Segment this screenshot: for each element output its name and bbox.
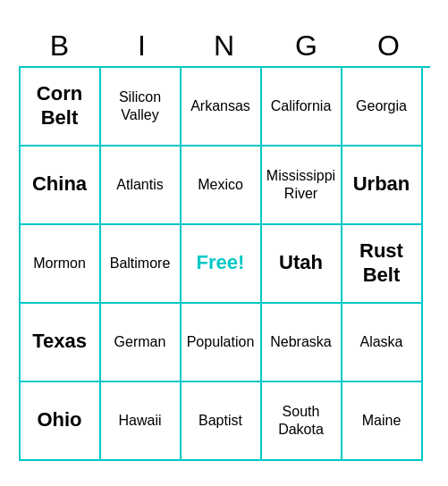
cell-r4-c2: Baptist bbox=[182, 382, 262, 461]
bingo-header-row: BINGO bbox=[19, 29, 430, 63]
header-letter: B bbox=[21, 29, 99, 63]
cell-r1-c2: Mexico bbox=[182, 147, 262, 225]
cell-r2-c3: Utah bbox=[262, 225, 342, 304]
bingo-grid: Corn BeltSilicon ValleyArkansasCaliforni… bbox=[19, 66, 430, 461]
cell-r2-c0: Mormon bbox=[21, 225, 101, 304]
cell-r3-c0: Texas bbox=[21, 304, 101, 382]
header-letter: G bbox=[267, 29, 346, 63]
cell-r1-c1: Atlantis bbox=[101, 147, 182, 225]
header-letter: O bbox=[350, 29, 428, 63]
cell-r2-c1: Baltimore bbox=[101, 225, 182, 304]
cell-r2-c4: Rust Belt bbox=[342, 225, 423, 304]
header-letter: I bbox=[103, 29, 182, 63]
cell-r3-c3: Nebraska bbox=[262, 304, 342, 382]
cell-r4-c0: Ohio bbox=[21, 382, 101, 461]
cell-r4-c3: South Dakota bbox=[262, 382, 342, 461]
cell-r2-c2: Free! bbox=[182, 225, 262, 304]
cell-r1-c4: Urban bbox=[342, 147, 423, 225]
cell-r1-c0: China bbox=[21, 147, 101, 225]
cell-r0-c0: Corn Belt bbox=[21, 68, 101, 147]
bingo-container: BINGO Corn BeltSilicon ValleyArkansasCal… bbox=[10, 17, 439, 470]
cell-r0-c3: California bbox=[262, 68, 342, 147]
cell-r0-c4: Georgia bbox=[342, 68, 423, 147]
cell-r0-c2: Arkansas bbox=[182, 68, 262, 147]
header-letter: N bbox=[185, 29, 264, 63]
cell-r3-c4: Alaska bbox=[342, 304, 423, 382]
cell-r1-c3: Mississippi River bbox=[262, 147, 342, 225]
cell-r4-c4: Maine bbox=[342, 382, 423, 461]
cell-r0-c1: Silicon Valley bbox=[101, 68, 182, 147]
cell-r4-c1: Hawaii bbox=[101, 382, 182, 461]
cell-r3-c1: German bbox=[101, 304, 182, 382]
cell-r3-c2: Population bbox=[182, 304, 262, 382]
